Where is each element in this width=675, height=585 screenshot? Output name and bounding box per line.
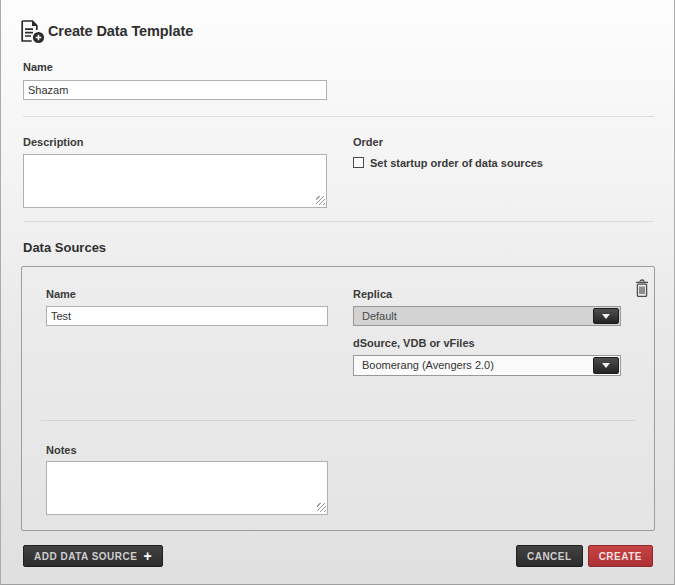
cancel-label: CANCEL bbox=[527, 551, 572, 562]
order-label: Order bbox=[353, 136, 383, 148]
trash-icon[interactable] bbox=[634, 279, 650, 301]
add-data-source-label: ADD DATA SOURCE bbox=[34, 551, 137, 562]
document-add-icon bbox=[19, 19, 46, 48]
chevron-down-icon[interactable] bbox=[593, 308, 619, 324]
replica-select[interactable]: Default bbox=[353, 306, 621, 326]
cancel-button[interactable]: CANCEL bbox=[516, 545, 583, 567]
divider bbox=[23, 221, 654, 222]
page-title: Create Data Template bbox=[48, 23, 193, 39]
divider bbox=[41, 420, 635, 421]
source-select[interactable]: Boomerang (Avengers 2.0) bbox=[353, 355, 621, 376]
source-label: dSource, VDB or vFiles bbox=[353, 337, 475, 349]
startup-order-checkbox-label: Set startup order of data sources bbox=[370, 157, 543, 169]
startup-order-checkbox[interactable] bbox=[353, 157, 364, 168]
add-data-source-button[interactable]: ADD DATA SOURCE + bbox=[23, 545, 163, 567]
name-label: Name bbox=[23, 61, 53, 73]
chevron-down-icon[interactable] bbox=[593, 357, 619, 374]
data-sources-heading: Data Sources bbox=[23, 240, 106, 255]
replica-label: Replica bbox=[353, 288, 392, 300]
divider bbox=[23, 116, 654, 117]
description-textarea[interactable] bbox=[23, 154, 327, 208]
create-button[interactable]: CREATE bbox=[588, 545, 653, 567]
create-label: CREATE bbox=[599, 551, 642, 562]
source-selected-value: Boomerang (Avengers 2.0) bbox=[362, 359, 494, 371]
plus-icon: + bbox=[143, 549, 152, 563]
data-source-name-input[interactable] bbox=[46, 306, 328, 326]
notes-textarea[interactable] bbox=[46, 461, 328, 515]
description-label: Description bbox=[23, 136, 84, 148]
replica-selected-value: Default bbox=[362, 310, 397, 322]
name-input[interactable] bbox=[23, 80, 327, 100]
create-data-template-dialog: Create Data Template Name Description Or… bbox=[0, 0, 675, 585]
notes-label: Notes bbox=[46, 444, 77, 456]
data-source-name-label: Name bbox=[46, 288, 76, 300]
